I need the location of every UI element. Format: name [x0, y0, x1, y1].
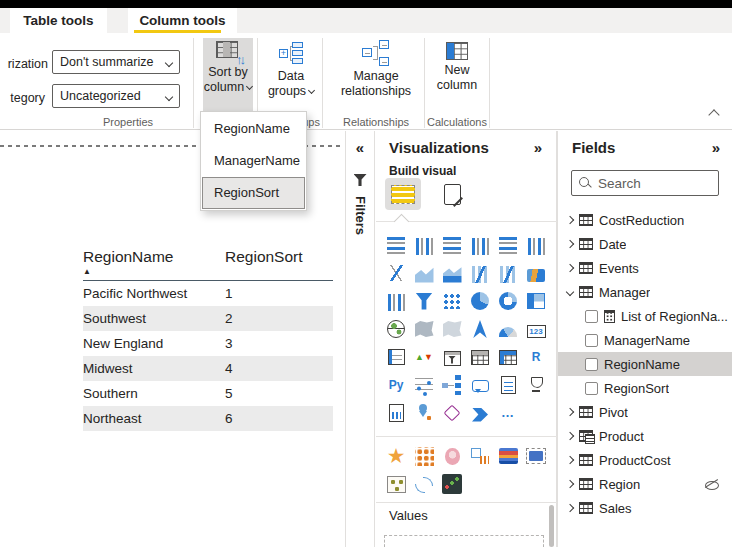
expand-chevron-icon[interactable]	[566, 456, 574, 464]
data-category-dropdown[interactable]: Uncategorized	[52, 84, 180, 108]
summarization-dropdown[interactable]: Don't summarize	[52, 50, 180, 74]
collapse-fields-chevron-icon[interactable]: »	[712, 139, 720, 156]
custom-visual-board-icon[interactable]	[522, 442, 550, 470]
expand-chevron-icon[interactable]	[566, 216, 574, 224]
collapse-chevron-icon[interactable]	[566, 288, 574, 296]
matrix-icon[interactable]	[494, 343, 522, 371]
decomposition-tree-icon[interactable]	[438, 371, 466, 399]
custom-visual-dark-scatter-icon[interactable]	[438, 470, 466, 498]
funnel-chart-icon[interactable]	[410, 287, 438, 315]
donut-chart-icon[interactable]	[494, 287, 522, 315]
multi-row-card-icon[interactable]	[382, 343, 410, 371]
field-row[interactable]: Manager	[558, 280, 732, 304]
waterfall-chart-icon[interactable]	[382, 287, 410, 315]
card-icon[interactable]: 123	[522, 315, 550, 343]
area-chart-icon[interactable]	[410, 259, 438, 287]
r-script-icon[interactable]: R	[522, 343, 550, 371]
filled-map-icon[interactable]	[410, 315, 438, 343]
values-field-well[interactable]	[384, 535, 544, 547]
custom-visual-rainbow-icon[interactable]	[494, 442, 522, 470]
table-icon[interactable]	[466, 343, 494, 371]
field-row[interactable]: Date	[558, 232, 732, 256]
field-row[interactable]: Sales	[558, 496, 732, 520]
field-row[interactable]: Product	[558, 424, 732, 448]
column-header-regionsort[interactable]: RegionSort	[225, 248, 333, 266]
key-influencers-icon[interactable]	[410, 371, 438, 399]
table-visual[interactable]: RegionName RegionSort ▲ Pacific Northwes…	[83, 248, 333, 431]
expand-chevron-icon[interactable]	[566, 432, 574, 440]
power-automate-icon[interactable]	[466, 399, 494, 427]
stacked-bar-chart-icon[interactable]	[382, 231, 410, 259]
smart-narrative-icon[interactable]	[494, 371, 522, 399]
search-input[interactable]	[598, 172, 716, 194]
sort-menu-item[interactable]: ManagerName	[202, 145, 305, 177]
visualizations-scrollbar[interactable]	[549, 505, 554, 547]
field-row[interactable]: CostReduction	[558, 208, 732, 232]
gauge-icon[interactable]	[494, 315, 522, 343]
scatter-chart-icon[interactable]	[438, 287, 466, 315]
azure-map-icon[interactable]	[466, 315, 494, 343]
expand-chevron-icon[interactable]	[566, 240, 574, 248]
custom-visual-network-icon[interactable]	[382, 470, 410, 498]
manage-relationships-button[interactable]: Managerelationships	[334, 38, 418, 112]
stacked-column-chart-icon[interactable]	[410, 231, 438, 259]
shape-map-icon[interactable]	[438, 315, 466, 343]
clustered-bar-chart-icon[interactable]	[438, 231, 466, 259]
sort-menu-item[interactable]: RegionSort	[202, 177, 305, 209]
stacked-area-chart-icon[interactable]	[438, 259, 466, 287]
100-stacked-bar-chart-icon[interactable]	[494, 231, 522, 259]
field-row[interactable]: Region	[558, 472, 732, 496]
expand-chevron-icon[interactable]	[566, 408, 574, 416]
expand-filters-chevron-icon[interactable]: «	[346, 139, 374, 156]
collapse-visualizations-chevron-icon[interactable]: »	[534, 139, 542, 156]
paginated-report-icon[interactable]	[382, 399, 410, 427]
field-row[interactable]: ManagerName	[558, 328, 732, 352]
expand-chevron-icon[interactable]	[566, 264, 574, 272]
line-chart-icon[interactable]	[382, 259, 410, 287]
custom-visual-star-icon[interactable]: ★	[382, 442, 410, 470]
pie-chart-icon[interactable]	[466, 287, 494, 315]
expand-chevron-icon[interactable]	[566, 504, 574, 512]
field-checkbox[interactable]	[585, 334, 598, 347]
custom-visual-tiles-icon[interactable]	[466, 442, 494, 470]
custom-visual-curve-icon[interactable]	[410, 470, 438, 498]
custom-visual-pink-icon[interactable]	[438, 442, 466, 470]
field-checkbox[interactable]	[585, 358, 598, 371]
treemap-icon[interactable]	[522, 287, 550, 315]
field-row[interactable]: ProductCost	[558, 448, 732, 472]
ribbon-chart-icon[interactable]	[522, 259, 550, 287]
sort-menu-item[interactable]: RegionName	[202, 113, 305, 145]
power-apps-icon[interactable]	[438, 399, 466, 427]
100-stacked-column-chart-icon[interactable]	[522, 231, 550, 259]
arcgis-map-icon[interactable]	[410, 399, 438, 427]
data-groups-button[interactable]: + Datagroups	[262, 38, 320, 112]
field-label: Sales	[599, 501, 632, 516]
get-more-visuals-icon[interactable]: …	[494, 399, 522, 427]
collapse-ribbon-chevron-icon[interactable]	[708, 109, 719, 120]
tab-column-tools[interactable]: Column tools	[128, 8, 237, 33]
build-visual-mode-button[interactable]	[385, 178, 421, 210]
map-icon[interactable]	[382, 315, 410, 343]
line-and-stacked-column-chart-icon[interactable]	[466, 259, 494, 287]
line-and-clustered-column-chart-icon[interactable]	[494, 259, 522, 287]
field-checkbox[interactable]	[585, 310, 598, 323]
q-and-a-icon[interactable]	[466, 371, 494, 399]
format-visual-mode-button[interactable]	[434, 178, 470, 210]
field-row[interactable]: List of RegionNa...	[558, 304, 732, 328]
field-row[interactable]: RegionName	[558, 352, 732, 376]
tab-table-tools[interactable]: Table tools	[10, 8, 107, 33]
clustered-column-chart-icon[interactable]	[466, 231, 494, 259]
field-row[interactable]: RegionSort	[558, 376, 732, 400]
field-row[interactable]: Pivot	[558, 400, 732, 424]
custom-visual-dot-grid-icon[interactable]	[410, 442, 438, 470]
field-checkbox[interactable]	[585, 382, 598, 395]
new-column-button[interactable]: Newcolumn	[428, 38, 486, 112]
expand-chevron-icon[interactable]	[566, 480, 574, 488]
sort-by-column-button[interactable]: ↑↓ Sort bycolumn	[203, 38, 253, 112]
slicer-icon[interactable]	[438, 343, 466, 371]
column-header-regionname[interactable]: RegionName	[83, 248, 225, 266]
python-icon[interactable]: Py	[382, 371, 410, 399]
metrics-icon[interactable]	[522, 371, 550, 399]
field-row[interactable]: Events	[558, 256, 732, 280]
kpi-icon[interactable]	[410, 343, 438, 371]
